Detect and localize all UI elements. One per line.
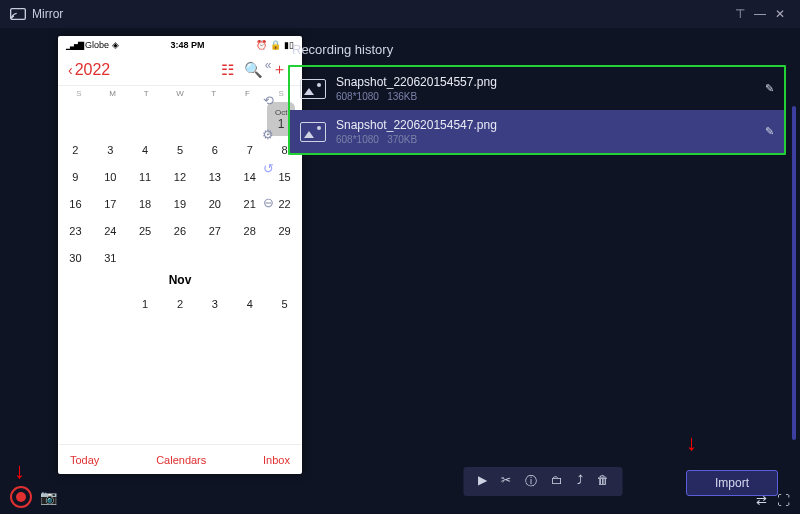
list-view-icon[interactable]: ☷	[214, 61, 240, 79]
cut-icon[interactable]: ✂	[501, 473, 511, 490]
minimize-button[interactable]: —	[750, 7, 770, 21]
app-title: Mirror	[32, 7, 730, 21]
info-icon[interactable]: ⓘ	[525, 473, 537, 490]
fullscreen-icon[interactable]: ⛶	[777, 493, 790, 508]
snapshot-button[interactable]: 📷	[40, 489, 57, 505]
chevron-left-icon: ‹	[68, 62, 73, 78]
back-year-button[interactable]: ‹2022	[68, 61, 110, 79]
signal-icon: ▁▃▅▇	[66, 41, 82, 50]
wifi-icon: ◈	[112, 40, 119, 50]
history-panel: « ⟲ ⚙ ↺ ⊖ Recording history Snapshot_220…	[250, 28, 800, 514]
record-button[interactable]	[10, 486, 32, 508]
side-toolbar: « ⟲ ⚙ ↺ ⊖	[250, 28, 286, 514]
file-meta: 608*1080 370KB	[336, 134, 755, 145]
edit-layout-icon[interactable]: ⇄	[756, 493, 767, 508]
mirror-pane: ▁▃▅▇Globe◈ 3:48 PM ⏰🔒▮▯ ‹2022 ☷ 🔍 ＋ SMTW…	[0, 28, 250, 514]
title-bar: Mirror ⊤ — ✕	[0, 0, 800, 28]
settings-icon[interactable]: ⚙	[258, 124, 278, 144]
calendars-button[interactable]: Calendars	[156, 454, 206, 466]
action-toolbar: ▶ ✂ ⓘ 🗀 ⤴ 🗑	[464, 467, 623, 496]
today-button[interactable]: Today	[70, 454, 99, 466]
history-item[interactable]: Snapshot_220620154557.png608*1080 136KB✎	[290, 67, 784, 110]
close-button[interactable]: ✕	[770, 7, 790, 21]
year-label: 2022	[75, 61, 111, 79]
annotation-arrow: ↓	[686, 430, 697, 456]
status-time: 3:48 PM	[119, 40, 256, 50]
share-icon[interactable]: ⤴	[577, 473, 583, 490]
refresh-icon[interactable]: ⟲	[258, 90, 278, 110]
history-icon[interactable]: ↺	[258, 158, 278, 178]
carrier-label: Globe	[85, 40, 109, 50]
rename-icon[interactable]: ✎	[765, 125, 774, 138]
file-name: Snapshot_220620154557.png	[336, 75, 755, 89]
annotation-arrow: ↓	[14, 458, 25, 484]
history-list: Snapshot_220620154557.png608*1080 136KB✎…	[288, 65, 786, 155]
file-meta: 608*1080 136KB	[336, 91, 755, 102]
history-item[interactable]: Snapshot_220620154547.png608*1080 370KB✎	[290, 110, 784, 153]
folder-icon[interactable]: 🗀	[551, 473, 563, 490]
remove-icon[interactable]: ⊖	[258, 192, 278, 212]
image-icon	[300, 122, 326, 142]
collapse-icon[interactable]: «	[265, 58, 272, 72]
history-title: Recording history	[292, 42, 786, 57]
delete-icon[interactable]: 🗑	[597, 473, 609, 490]
scrollbar-thumb[interactable]	[792, 106, 796, 440]
image-icon	[300, 79, 326, 99]
play-icon[interactable]: ▶	[478, 473, 487, 490]
svg-rect-0	[11, 9, 26, 20]
pin-button[interactable]: ⊤	[730, 7, 750, 21]
rename-icon[interactable]: ✎	[765, 82, 774, 95]
cast-icon	[10, 8, 26, 20]
file-name: Snapshot_220620154547.png	[336, 118, 755, 132]
